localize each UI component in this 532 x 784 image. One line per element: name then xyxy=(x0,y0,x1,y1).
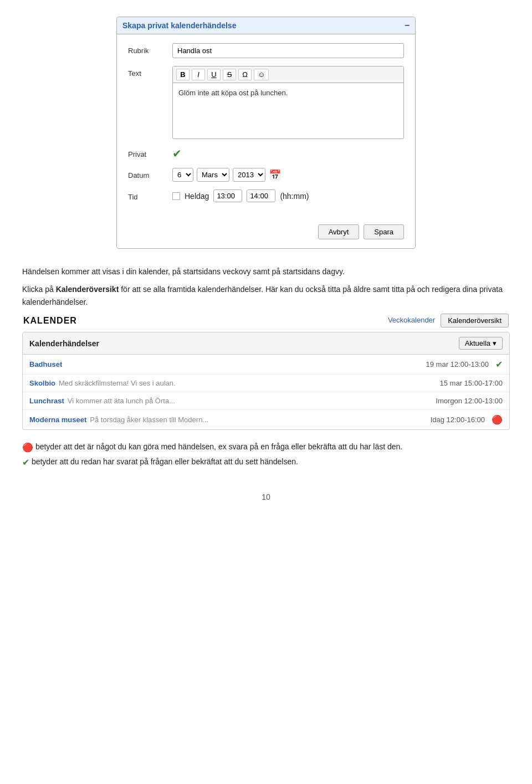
page-number: 10 xyxy=(22,493,510,501)
tid-label: Tid xyxy=(128,189,172,201)
datum-year-select[interactable]: 2013 xyxy=(233,168,265,182)
event-desc: Vi kommer att äta lunch på Örta... xyxy=(68,397,424,405)
rubrik-field xyxy=(172,43,404,58)
kalenderöversikt-button[interactable]: Kalenderöversikt xyxy=(441,314,509,327)
check-icon: ✔ xyxy=(495,359,503,370)
tid-controls: Heldag (hh:mm) xyxy=(172,189,404,202)
event-name[interactable]: Moderna museet xyxy=(29,416,86,424)
alert-icon: 🔴 xyxy=(492,414,503,425)
text-field: B I U S Ω ☺ Glöm inte att köpa ost på lu… xyxy=(172,66,404,139)
datum-controls: 6 Mars 2013 📅 xyxy=(172,168,404,182)
kalender-nav: Veckokalender Kalenderöversikt xyxy=(382,314,509,327)
event-name[interactable]: Lunchrast xyxy=(29,397,64,405)
time-end-input[interactable] xyxy=(247,189,275,202)
info-text-1: betyder att det är något du kan göra med… xyxy=(33,442,402,451)
datum-month-select[interactable]: Mars xyxy=(197,168,229,182)
time-hint: (hh:mm) xyxy=(280,192,309,201)
event-time: Idag 12:00-16:00 xyxy=(420,416,485,424)
dropdown-arrow-icon: ▾ xyxy=(493,339,497,347)
paragraph-1: Händelsen kommer att visas i din kalende… xyxy=(22,265,510,278)
dialog-footer: Avbryt Spara xyxy=(117,219,415,248)
panel-title: Kalenderhändelser xyxy=(29,339,99,348)
rubrik-label: Rubrik xyxy=(128,43,172,55)
smiley-button[interactable]: ☺ xyxy=(254,69,269,80)
aktuella-button[interactable]: Aktuella ▾ xyxy=(459,337,503,350)
privat-row: Privat ✔ xyxy=(128,147,404,160)
privat-field: ✔ xyxy=(172,147,404,160)
table-row: Skolbio Med skräckfilmsterna! Vi ses i a… xyxy=(23,375,509,392)
rubrik-row: Rubrik xyxy=(128,43,404,58)
kalender-header: KALENDER Veckokalender Kalenderöversikt xyxy=(22,314,510,327)
event-time: 15 mar 15:00-17:00 xyxy=(429,379,503,387)
italic-button[interactable]: I xyxy=(192,69,205,80)
tid-field: Heldag (hh:mm) xyxy=(172,189,404,202)
dialog-body: Rubrik Text B I U S Ω ☺ Glöm inte a xyxy=(117,34,415,219)
text-row: Text B I U S Ω ☺ Glöm inte att köpa ost … xyxy=(128,66,404,139)
rubrik-input[interactable] xyxy=(172,43,404,58)
info-paragraph: 🔴 betyder att det är något du kan göra m… xyxy=(22,440,510,470)
table-row: Lunchrast Vi kommer att äta lunch på Ört… xyxy=(23,392,509,410)
panel-header: Kalenderhändelser Aktuella ▾ xyxy=(23,332,509,355)
text-label: Text xyxy=(128,66,172,78)
cancel-button[interactable]: Avbryt xyxy=(318,224,360,239)
time-start-input[interactable] xyxy=(213,189,242,202)
strikethrough-button[interactable]: S xyxy=(223,69,236,80)
tid-row: Tid Heldag (hh:mm) xyxy=(128,189,404,202)
table-row: Badhuset 19 mar 12:00-13:00 ✔ xyxy=(23,355,509,375)
alert-icon-inline: 🔴 xyxy=(22,440,33,455)
dialog-title: Skapa privat kalenderhändelse xyxy=(122,21,236,30)
event-name[interactable]: Badhuset xyxy=(29,360,62,368)
heldag-checkbox[interactable] xyxy=(172,192,180,200)
datum-day-select[interactable]: 6 xyxy=(172,168,193,182)
dialog-title-bar: Skapa privat kalenderhändelse − xyxy=(117,17,415,34)
datum-row: Datum 6 Mars 2013 📅 xyxy=(128,168,404,182)
heldag-label: Heldag xyxy=(185,192,209,201)
editor-toolbar: B I U S Ω ☺ xyxy=(173,66,403,83)
kalender-title: KALENDER xyxy=(23,316,77,326)
bold-button[interactable]: B xyxy=(176,69,190,80)
event-desc: På torsdag åker klassen till Modern... xyxy=(90,416,419,424)
underline-button[interactable]: U xyxy=(207,69,221,80)
datum-field: 6 Mars 2013 📅 xyxy=(172,168,404,182)
event-list: Badhuset 19 mar 12:00-13:00 ✔ Skolbio Me… xyxy=(23,355,509,429)
veckokalender-link[interactable]: Veckokalender xyxy=(382,314,441,327)
privat-checkmark: ✔ xyxy=(172,147,182,160)
info-text-2: betyder att du redan har svarat på fråga… xyxy=(29,458,298,467)
create-event-dialog: Skapa privat kalenderhändelse − Rubrik T… xyxy=(116,17,416,249)
event-time: 19 mar 12:00-13:00 xyxy=(415,360,489,368)
privat-label: Privat xyxy=(128,147,172,158)
kalenderöversikt-bold: Kalenderöversikt xyxy=(56,285,119,294)
datum-label: Datum xyxy=(128,168,172,180)
minimize-button[interactable]: − xyxy=(405,21,410,30)
event-desc: Med skräckfilmsterna! Vi ses i aulan. xyxy=(59,379,429,387)
text-editor: B I U S Ω ☺ Glöm inte att köpa ost på lu… xyxy=(172,66,404,139)
paragraph-2: Klicka på Kalenderöversikt för att se al… xyxy=(22,283,510,308)
calendar-icon[interactable]: 📅 xyxy=(269,169,281,181)
event-time: Imorgon 12:00-13:00 xyxy=(424,397,503,405)
editor-content[interactable]: Glöm inte att köpa ost på lunchen. xyxy=(173,83,403,139)
check-icon-inline: ✔ xyxy=(22,455,29,470)
kalender-panel: Kalenderhändelser Aktuella ▾ Badhuset 19… xyxy=(22,332,510,430)
omega-button[interactable]: Ω xyxy=(238,69,252,80)
table-row: Moderna museet På torsdag åker klassen t… xyxy=(23,410,509,429)
event-name[interactable]: Skolbio xyxy=(29,379,55,387)
save-button[interactable]: Spara xyxy=(364,224,404,239)
